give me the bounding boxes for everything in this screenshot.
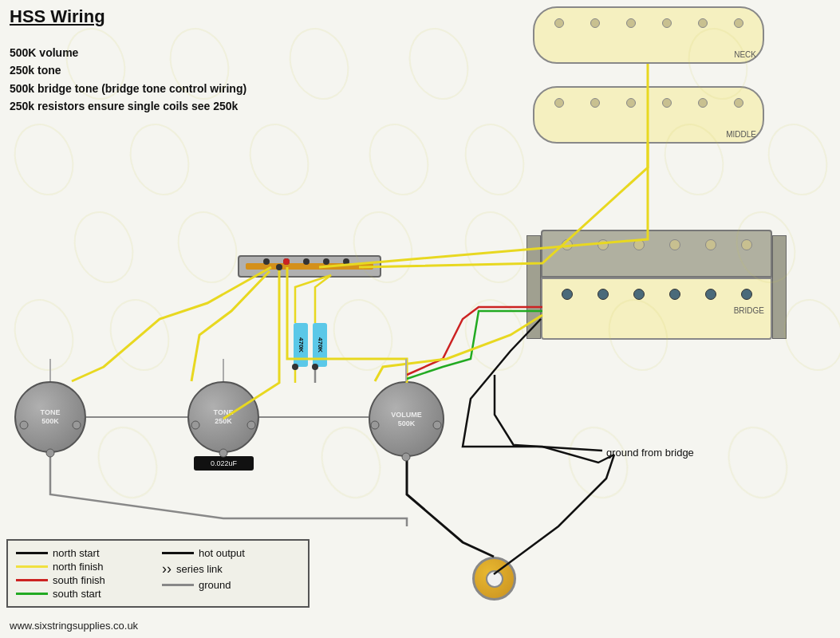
svg-point-11	[759, 116, 837, 203]
svg-point-26	[720, 419, 797, 506]
svg-point-2	[281, 21, 358, 108]
svg-point-13	[169, 204, 246, 291]
legend-item-series-link: ›› series link	[162, 561, 300, 577]
north-finish-line	[16, 565, 48, 568]
bridge-plate-left	[526, 235, 541, 339]
svg-point-25	[560, 419, 637, 506]
svg-point-17	[6, 292, 83, 379]
north-finish-label: north finish	[53, 561, 132, 573]
screw-hole	[554, 98, 564, 108]
middle-pickup: MIDDLE	[533, 86, 764, 144]
svg-point-23	[89, 419, 167, 506]
legend-item-south-start: south start	[16, 588, 154, 600]
hot-output-label: hot output	[199, 547, 278, 559]
legend-item-north-finish: north finish	[16, 561, 154, 573]
volume-500k-pot: VOLUME500K	[369, 381, 444, 457]
pickup-pole	[705, 239, 716, 250]
pickup-pole	[633, 239, 645, 250]
neck-pickup-label: NECK	[734, 50, 756, 59]
svg-point-7	[241, 116, 318, 203]
pickup-pole	[705, 289, 716, 300]
legend: north start north finish south finish so…	[6, 539, 310, 608]
output-jack	[472, 557, 516, 601]
resistor-2: 470K	[313, 323, 327, 367]
bridge-pickup-bottom: BRIDGE	[541, 278, 772, 340]
screw-hole	[626, 18, 636, 28]
bridge-pickup-label: BRIDGE	[542, 306, 771, 315]
resistor-1: 470K	[294, 323, 308, 367]
screw-hole	[590, 98, 600, 108]
svg-point-6	[121, 116, 199, 203]
south-finish-label: south finish	[53, 574, 132, 586]
screw-hole	[662, 18, 672, 28]
output-jack-inner	[486, 570, 503, 588]
ground-from-bridge-label: ground from bridge	[606, 447, 694, 459]
pickup-pole	[562, 289, 573, 300]
capacitor: 0.022uF	[194, 456, 254, 471]
volume-500k-label: VOLUME500K	[391, 411, 422, 428]
north-start-label: north start	[53, 547, 132, 559]
svg-point-5	[6, 116, 83, 203]
info-text: 500K volume 250k tone 500k bridge tone (…	[10, 44, 246, 116]
pickup-pole	[597, 289, 609, 300]
page-title: HSS Wiring	[10, 6, 105, 27]
svg-point-3	[400, 21, 478, 108]
legend-item-north-start: north start	[16, 547, 154, 559]
hot-output-line	[162, 552, 194, 554]
legend-item-hot-output: hot output	[162, 547, 300, 559]
series-link-label: series link	[176, 563, 256, 575]
pickup-pole	[741, 289, 752, 300]
pickup-pole	[633, 289, 645, 300]
screw-hole	[626, 98, 636, 108]
svg-point-15	[456, 204, 534, 291]
tone-250k-label: TONE250K	[214, 408, 234, 426]
pickup-pole	[562, 239, 573, 250]
south-finish-line	[16, 579, 48, 581]
svg-line-30	[515, 445, 602, 451]
legend-item-south-finish: south finish	[16, 574, 154, 586]
svg-point-19	[325, 292, 402, 379]
bridge-pickup-top	[541, 230, 772, 278]
screw-hole	[590, 18, 600, 28]
south-start-label: south start	[53, 588, 132, 600]
website-url: www.sixstringsupplies.co.uk	[10, 620, 138, 632]
bridge-plate-right	[772, 235, 787, 339]
screw-hole	[698, 98, 708, 108]
tone-250k-pot: TONE250K	[187, 381, 259, 453]
north-start-line	[16, 552, 48, 554]
tone-500k-pot: TONE500K	[14, 381, 86, 453]
svg-point-12	[65, 204, 143, 291]
pickup-pole	[597, 239, 609, 250]
pickup-pole	[741, 239, 752, 250]
ground-label-text: ground	[199, 579, 278, 591]
middle-pickup-label: MIDDLE	[726, 130, 756, 139]
svg-point-8	[361, 116, 438, 203]
neck-pickup: NECK	[533, 6, 764, 64]
five-way-switch	[238, 255, 381, 278]
south-start-line	[16, 593, 48, 595]
screw-hole	[698, 18, 708, 28]
tone-500k-label: TONE500K	[41, 408, 61, 426]
pickup-pole	[669, 289, 680, 300]
legend-item-ground: ground	[162, 579, 300, 591]
screw-hole	[734, 18, 743, 28]
screw-hole	[734, 98, 743, 108]
svg-point-9	[456, 116, 534, 203]
ground-line	[162, 584, 194, 586]
svg-point-20	[456, 292, 534, 379]
svg-point-18	[101, 292, 179, 379]
screw-hole	[662, 98, 672, 108]
screw-hole	[554, 18, 564, 28]
series-link-symbol: ››	[162, 561, 172, 577]
pickup-pole	[669, 239, 680, 250]
